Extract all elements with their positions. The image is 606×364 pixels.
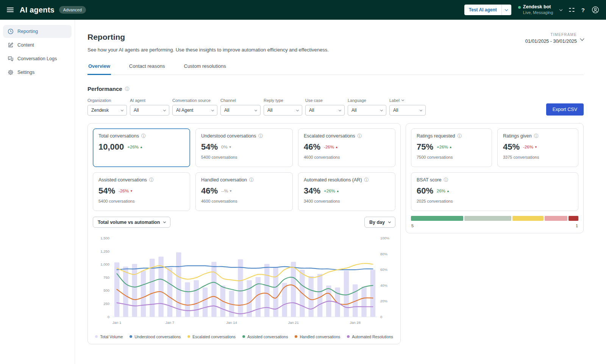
metric-title: Ratings given [503,133,532,139]
sidebar-item-settings[interactable]: Settings [3,66,72,79]
legend-item[interactable]: Understood conversations [130,334,181,339]
metric-delta: 26%▲ [437,189,450,193]
chart-metric-select[interactable]: Total volume vs automation [93,217,170,228]
chart-granularity-select[interactable]: By day [364,217,395,228]
main-content: Reporting See how your AI agents are per… [75,20,606,364]
info-icon[interactable]: ⓘ [258,134,263,138]
metric-card-escalated-conversations[interactable]: Escalated conversationsⓘ 46% -26%▲ 4600 … [298,128,395,167]
test-ai-agent-split-button: Test AI agent [464,5,511,15]
metric-title: Automated resolutions (AR) [304,177,362,183]
line-escalated-conversations [117,263,373,281]
line-assisted-conversations [117,273,373,295]
info-icon[interactable]: ⓘ [141,134,146,138]
info-icon[interactable]: ⓘ [444,178,448,182]
clock-icon [8,28,14,34]
svg-text:1,250: 1,250 [100,249,109,253]
metric-card-ratings-requested[interactable]: Ratings requestedⓘ 75% +26%▲ 7500 conver… [411,128,492,167]
channel-select[interactable]: All [220,105,261,116]
sidebar-item-conversation-logs[interactable]: Conversation Logs [3,52,72,65]
report-tabs: Overview Contact reasons Custom resoluti… [87,63,584,75]
filter-use-case: Use case All [305,98,345,116]
filter-conversation-source: Conversation source AI Agent [172,98,217,116]
metric-card-assisted-conversations[interactable]: Assisted conversationsⓘ 54% -26%▼ 5400 c… [93,172,190,211]
info-icon[interactable]: ⓘ [534,134,539,138]
organization-select[interactable]: Zendesk [87,105,127,116]
metric-card-handled-conversation[interactable]: Handled conversationⓘ 46% --%▼ 4600 conv… [195,172,293,211]
conversation-source-select[interactable]: AI Agent [172,105,217,116]
metric-value: 75% [417,142,433,152]
apps-grid-icon[interactable] [569,7,575,13]
sidebar-item-label: Content [17,42,34,48]
metric-card-total-conversations[interactable]: Total conversationsⓘ 10,000 +26%▲ [93,128,190,167]
timeframe-label: TIMEFRAME [525,33,577,37]
metric-title: Understood conversations [201,133,256,139]
app-title: AI agents [20,6,55,14]
metric-delta: -26%▲ [324,145,338,149]
sidebar-item-content[interactable]: Content [3,39,72,52]
metric-delta: -26%▼ [523,145,537,149]
legend-item[interactable]: Escalated conversations [187,334,236,339]
metric-card-automated-resolutions[interactable]: Automated resolutions (AR)ⓘ 34% +26%▲ 34… [298,172,395,211]
svg-text:0: 0 [380,315,382,319]
tab-overview[interactable]: Overview [87,63,111,75]
info-icon[interactable]: ⓘ [358,134,362,138]
legend-label: Assisted conversations [247,334,288,339]
legend-item[interactable]: Automated Resolutions [347,334,393,339]
test-ai-agent-dropdown[interactable] [501,5,511,15]
info-icon[interactable]: ⓘ [249,178,254,182]
metric-title: Total conversations [98,133,139,139]
info-icon[interactable]: ⓘ [364,178,369,182]
filter-channel: Channel All [220,98,261,116]
help-icon[interactable]: ? [581,7,585,13]
total-volume-bars [114,252,375,317]
bsat-scale-labels: 5 1 [411,223,578,228]
chevron-down-icon[interactable] [560,9,562,11]
filter-organization: Organization Zendesk [87,98,127,116]
use-case-select[interactable]: All [305,105,345,116]
metric-sub: 3375 conversations [503,155,573,159]
metric-card-understood-conversations[interactable]: Understood conversationsⓘ 54% 0%▼ 5400 c… [195,128,293,167]
export-csv-button[interactable]: Export CSV [546,103,584,116]
svg-text:1,500: 1,500 [100,236,109,240]
chevron-down-icon[interactable] [401,98,404,101]
legend-item[interactable]: Assisted conversations [242,334,288,339]
metric-sub: 7500 conversations [417,155,486,159]
hamburger-menu-icon[interactable] [7,8,14,12]
profile-avatar-icon[interactable] [592,6,599,14]
legend-dot [242,335,245,338]
metric-value: 45% [503,142,520,152]
sidebar-item-reporting[interactable]: Reporting [3,25,72,38]
tab-custom-resolutions[interactable]: Custom resolutions [183,63,227,75]
trend-down-icon: ▼ [130,189,133,193]
filter-label: AI agent [130,98,169,103]
legend-item[interactable]: Handled conversations [295,334,340,339]
metric-delta: -26%▼ [119,189,133,193]
topbar-right: Test AI agent Zendesk bot Live, Messagin… [464,4,599,15]
legend-label: Automated Resolutions [352,334,393,339]
svg-text:20%: 20% [380,299,388,303]
info-icon[interactable]: ⓘ [457,134,462,138]
metric-delta: +26%▲ [324,189,339,193]
label-select[interactable]: All [389,105,426,116]
svg-text:0: 0 [108,315,109,319]
info-icon[interactable]: ⓘ [125,87,130,91]
metric-card-bsat-score[interactable]: BSAT scoreⓘ 60% 26%▲ 2025 conversations [411,172,578,211]
test-ai-agent-button[interactable]: Test AI agent [464,5,501,15]
reply-type-select[interactable]: All [264,105,302,116]
timeframe-selector[interactable]: TIMEFRAME 01/01/2025 - 30/01/2025 [525,33,584,44]
chart-legend: Total VolumeUnderstood conversationsEsca… [93,334,395,339]
legend-item[interactable]: Total Volume [95,334,123,339]
language-select[interactable]: All [348,105,386,116]
metric-delta: +26%▲ [127,145,143,149]
tab-contact-reasons[interactable]: Contact reasons [128,63,166,75]
bsat-segment [512,216,544,221]
metric-title: Handled conversation [201,177,247,183]
bot-selector[interactable]: Zendesk bot Live, Messaging [518,4,553,15]
svg-text:250: 250 [103,302,109,306]
metric-card-ratings-given[interactable]: Ratings givenⓘ 45% -26%▼ 3375 conversati… [497,128,578,167]
plan-badge: Advanced [59,6,86,14]
metric-value: 54% [98,186,115,196]
ai-agent-select[interactable]: All [130,105,169,116]
bsat-segment [569,216,578,221]
info-icon[interactable]: ⓘ [149,178,154,182]
